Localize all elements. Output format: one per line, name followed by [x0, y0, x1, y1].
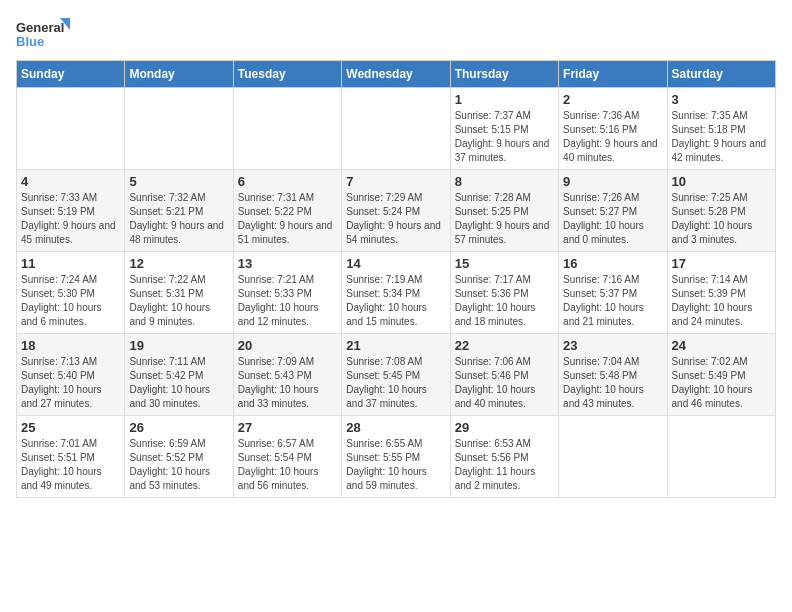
- week-row-4: 18Sunrise: 7:13 AM Sunset: 5:40 PM Dayli…: [17, 334, 776, 416]
- day-info: Sunrise: 6:59 AM Sunset: 5:52 PM Dayligh…: [129, 437, 228, 493]
- day-number: 25: [21, 420, 120, 435]
- calendar-header: SundayMondayTuesdayWednesdayThursdayFrid…: [17, 61, 776, 88]
- day-info: Sunrise: 7:32 AM Sunset: 5:21 PM Dayligh…: [129, 191, 228, 247]
- day-cell: 21Sunrise: 7:08 AM Sunset: 5:45 PM Dayli…: [342, 334, 450, 416]
- day-number: 8: [455, 174, 554, 189]
- day-number: 27: [238, 420, 337, 435]
- day-info: Sunrise: 7:16 AM Sunset: 5:37 PM Dayligh…: [563, 273, 662, 329]
- day-number: 7: [346, 174, 445, 189]
- day-cell: 8Sunrise: 7:28 AM Sunset: 5:25 PM Daylig…: [450, 170, 558, 252]
- day-cell: 25Sunrise: 7:01 AM Sunset: 5:51 PM Dayli…: [17, 416, 125, 498]
- day-number: 14: [346, 256, 445, 271]
- day-info: Sunrise: 7:28 AM Sunset: 5:25 PM Dayligh…: [455, 191, 554, 247]
- day-cell: 19Sunrise: 7:11 AM Sunset: 5:42 PM Dayli…: [125, 334, 233, 416]
- header-row: SundayMondayTuesdayWednesdayThursdayFrid…: [17, 61, 776, 88]
- day-number: 18: [21, 338, 120, 353]
- day-info: Sunrise: 6:57 AM Sunset: 5:54 PM Dayligh…: [238, 437, 337, 493]
- day-number: 21: [346, 338, 445, 353]
- day-cell: 29Sunrise: 6:53 AM Sunset: 5:56 PM Dayli…: [450, 416, 558, 498]
- day-number: 22: [455, 338, 554, 353]
- day-info: Sunrise: 6:53 AM Sunset: 5:56 PM Dayligh…: [455, 437, 554, 493]
- day-number: 10: [672, 174, 771, 189]
- day-cell: 22Sunrise: 7:06 AM Sunset: 5:46 PM Dayli…: [450, 334, 558, 416]
- day-cell: 4Sunrise: 7:33 AM Sunset: 5:19 PM Daylig…: [17, 170, 125, 252]
- day-number: 24: [672, 338, 771, 353]
- day-cell: 6Sunrise: 7:31 AM Sunset: 5:22 PM Daylig…: [233, 170, 341, 252]
- day-info: Sunrise: 7:22 AM Sunset: 5:31 PM Dayligh…: [129, 273, 228, 329]
- day-cell: [17, 88, 125, 170]
- day-cell: 2Sunrise: 7:36 AM Sunset: 5:16 PM Daylig…: [559, 88, 667, 170]
- day-cell: 11Sunrise: 7:24 AM Sunset: 5:30 PM Dayli…: [17, 252, 125, 334]
- week-row-2: 4Sunrise: 7:33 AM Sunset: 5:19 PM Daylig…: [17, 170, 776, 252]
- header-cell-wednesday: Wednesday: [342, 61, 450, 88]
- day-info: Sunrise: 7:26 AM Sunset: 5:27 PM Dayligh…: [563, 191, 662, 247]
- day-cell: 23Sunrise: 7:04 AM Sunset: 5:48 PM Dayli…: [559, 334, 667, 416]
- day-cell: 16Sunrise: 7:16 AM Sunset: 5:37 PM Dayli…: [559, 252, 667, 334]
- calendar-body: 1Sunrise: 7:37 AM Sunset: 5:15 PM Daylig…: [17, 88, 776, 498]
- day-cell: 9Sunrise: 7:26 AM Sunset: 5:27 PM Daylig…: [559, 170, 667, 252]
- day-number: 29: [455, 420, 554, 435]
- day-cell: 3Sunrise: 7:35 AM Sunset: 5:18 PM Daylig…: [667, 88, 775, 170]
- day-cell: 18Sunrise: 7:13 AM Sunset: 5:40 PM Dayli…: [17, 334, 125, 416]
- day-info: Sunrise: 7:06 AM Sunset: 5:46 PM Dayligh…: [455, 355, 554, 411]
- day-info: Sunrise: 7:33 AM Sunset: 5:19 PM Dayligh…: [21, 191, 120, 247]
- header-cell-monday: Monday: [125, 61, 233, 88]
- day-number: 23: [563, 338, 662, 353]
- day-info: Sunrise: 6:55 AM Sunset: 5:55 PM Dayligh…: [346, 437, 445, 493]
- day-cell: [559, 416, 667, 498]
- day-info: Sunrise: 7:09 AM Sunset: 5:43 PM Dayligh…: [238, 355, 337, 411]
- week-row-5: 25Sunrise: 7:01 AM Sunset: 5:51 PM Dayli…: [17, 416, 776, 498]
- day-info: Sunrise: 7:19 AM Sunset: 5:34 PM Dayligh…: [346, 273, 445, 329]
- svg-text:General: General: [16, 20, 64, 35]
- header-cell-tuesday: Tuesday: [233, 61, 341, 88]
- calendar-table: SundayMondayTuesdayWednesdayThursdayFrid…: [16, 60, 776, 498]
- day-number: 17: [672, 256, 771, 271]
- day-number: 12: [129, 256, 228, 271]
- header: General Blue: [16, 16, 776, 52]
- day-number: 26: [129, 420, 228, 435]
- day-info: Sunrise: 7:36 AM Sunset: 5:16 PM Dayligh…: [563, 109, 662, 165]
- day-number: 2: [563, 92, 662, 107]
- day-info: Sunrise: 7:08 AM Sunset: 5:45 PM Dayligh…: [346, 355, 445, 411]
- day-cell: 12Sunrise: 7:22 AM Sunset: 5:31 PM Dayli…: [125, 252, 233, 334]
- day-cell: [233, 88, 341, 170]
- day-cell: 27Sunrise: 6:57 AM Sunset: 5:54 PM Dayli…: [233, 416, 341, 498]
- day-number: 1: [455, 92, 554, 107]
- day-cell: 13Sunrise: 7:21 AM Sunset: 5:33 PM Dayli…: [233, 252, 341, 334]
- week-row-3: 11Sunrise: 7:24 AM Sunset: 5:30 PM Dayli…: [17, 252, 776, 334]
- day-number: 28: [346, 420, 445, 435]
- header-cell-thursday: Thursday: [450, 61, 558, 88]
- header-cell-sunday: Sunday: [17, 61, 125, 88]
- day-info: Sunrise: 7:35 AM Sunset: 5:18 PM Dayligh…: [672, 109, 771, 165]
- day-number: 11: [21, 256, 120, 271]
- day-cell: 26Sunrise: 6:59 AM Sunset: 5:52 PM Dayli…: [125, 416, 233, 498]
- day-number: 19: [129, 338, 228, 353]
- day-cell: 15Sunrise: 7:17 AM Sunset: 5:36 PM Dayli…: [450, 252, 558, 334]
- day-info: Sunrise: 7:24 AM Sunset: 5:30 PM Dayligh…: [21, 273, 120, 329]
- week-row-1: 1Sunrise: 7:37 AM Sunset: 5:15 PM Daylig…: [17, 88, 776, 170]
- day-info: Sunrise: 7:21 AM Sunset: 5:33 PM Dayligh…: [238, 273, 337, 329]
- day-number: 13: [238, 256, 337, 271]
- day-info: Sunrise: 7:37 AM Sunset: 5:15 PM Dayligh…: [455, 109, 554, 165]
- day-cell: [125, 88, 233, 170]
- day-number: 6: [238, 174, 337, 189]
- day-info: Sunrise: 7:17 AM Sunset: 5:36 PM Dayligh…: [455, 273, 554, 329]
- day-cell: 10Sunrise: 7:25 AM Sunset: 5:28 PM Dayli…: [667, 170, 775, 252]
- day-info: Sunrise: 7:29 AM Sunset: 5:24 PM Dayligh…: [346, 191, 445, 247]
- day-number: 3: [672, 92, 771, 107]
- header-cell-saturday: Saturday: [667, 61, 775, 88]
- day-info: Sunrise: 7:25 AM Sunset: 5:28 PM Dayligh…: [672, 191, 771, 247]
- day-cell: 28Sunrise: 6:55 AM Sunset: 5:55 PM Dayli…: [342, 416, 450, 498]
- day-info: Sunrise: 7:14 AM Sunset: 5:39 PM Dayligh…: [672, 273, 771, 329]
- day-cell: 5Sunrise: 7:32 AM Sunset: 5:21 PM Daylig…: [125, 170, 233, 252]
- day-info: Sunrise: 7:11 AM Sunset: 5:42 PM Dayligh…: [129, 355, 228, 411]
- day-number: 16: [563, 256, 662, 271]
- day-info: Sunrise: 7:13 AM Sunset: 5:40 PM Dayligh…: [21, 355, 120, 411]
- logo-svg: General Blue: [16, 16, 76, 52]
- day-cell: 7Sunrise: 7:29 AM Sunset: 5:24 PM Daylig…: [342, 170, 450, 252]
- svg-text:Blue: Blue: [16, 34, 44, 49]
- day-cell: 17Sunrise: 7:14 AM Sunset: 5:39 PM Dayli…: [667, 252, 775, 334]
- day-info: Sunrise: 7:01 AM Sunset: 5:51 PM Dayligh…: [21, 437, 120, 493]
- day-number: 20: [238, 338, 337, 353]
- day-info: Sunrise: 7:04 AM Sunset: 5:48 PM Dayligh…: [563, 355, 662, 411]
